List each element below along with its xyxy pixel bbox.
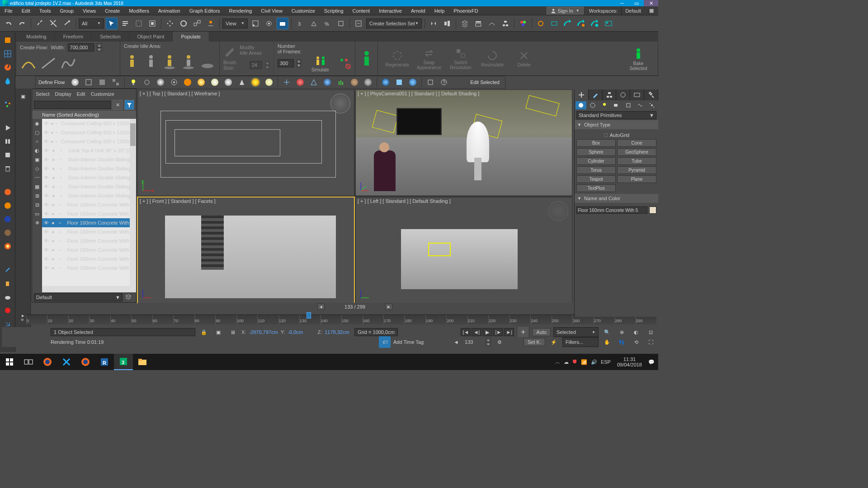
list-item[interactable]: 👁●▫Compound Ceiling 600 x 1200mm: [42, 128, 136, 137]
list-item[interactable]: 👁●▫Door-Interior-Double-Sliding-2: [42, 164, 136, 173]
sec-btn-7[interactable]: [155, 76, 166, 88]
se-hscroll[interactable]: [42, 286, 136, 292]
ls-btn-1[interactable]: [2, 34, 14, 46]
close-button[interactable]: ✕: [644, 0, 658, 6]
select-name-button[interactable]: [119, 18, 131, 29]
se-search-input[interactable]: [34, 101, 111, 109]
cmd-category-combo[interactable]: Standard Primitives▼: [576, 111, 656, 119]
sec-btn-10[interactable]: [195, 76, 207, 88]
menu-phoenixfd[interactable]: PhoenixFD: [449, 6, 482, 15]
se-header[interactable]: Name (Sorted Ascending): [32, 111, 136, 119]
tray-notifications-icon[interactable]: 💬: [648, 359, 655, 365]
primitive-button[interactable]: GeoSphere: [617, 148, 656, 156]
task-view-button[interactable]: [19, 354, 38, 370]
list-item[interactable]: 👁●▫Floor 160mm Concrete With 50: [42, 236, 136, 245]
menu-animation[interactable]: Animation: [154, 6, 185, 15]
timeline[interactable]: ⎆ 01020304050607080901001101201301401501…: [18, 313, 656, 326]
spinner-snap-button[interactable]: [335, 18, 347, 29]
cmd-tab-create[interactable]: [575, 89, 589, 100]
ls2-btn-1[interactable]: ▣: [17, 90, 29, 102]
se-filter-container[interactable]: ▭: [32, 209, 42, 218]
key-filter-combo[interactable]: Selected▼: [553, 327, 599, 337]
se-menu-customize[interactable]: Customize: [91, 91, 114, 97]
cmd-sub-helpers[interactable]: [623, 101, 634, 109]
sec-btn-4[interactable]: [110, 76, 122, 88]
primitive-button[interactable]: Torus: [576, 166, 616, 174]
ribbon-tab-populate[interactable]: Populate: [173, 32, 209, 42]
rollout-object-type[interactable]: ▼Object Type: [575, 120, 658, 129]
sec-globe-icon[interactable]: [380, 76, 392, 88]
render-production-button[interactable]: [562, 18, 574, 29]
cmd-sub-shapes[interactable]: [587, 101, 598, 109]
idle-person3-icon[interactable]: [162, 52, 178, 70]
manipulate-button[interactable]: [263, 18, 275, 29]
next-frame-button[interactable]: |►: [493, 328, 503, 336]
menu-rendering[interactable]: Rendering: [225, 6, 257, 15]
add-time-tag[interactable]: Add Time Tag: [393, 339, 448, 345]
sec-btn-9[interactable]: [182, 76, 193, 88]
se-filter-button[interactable]: [124, 100, 134, 110]
timetag-icon[interactable]: 🏷: [379, 336, 391, 348]
ribbon-tab-objectpaint[interactable]: Object Paint: [129, 32, 173, 42]
coord-x[interactable]: -2870,797cm: [249, 329, 278, 335]
curve-editor-button[interactable]: [486, 18, 498, 29]
maximize-button[interactable]: ▭: [629, 0, 644, 6]
schematic-view-button[interactable]: [500, 18, 511, 29]
undo-button[interactable]: [3, 18, 14, 29]
list-item[interactable]: 👁●▫Door-Interior-Double-Sliding-2: [42, 155, 136, 164]
ls-trash-icon[interactable]: [2, 163, 14, 174]
key-filters-icon[interactable]: ⚡: [548, 336, 560, 348]
se-menu-display[interactable]: Display: [55, 91, 71, 97]
render-iterative-button[interactable]: [576, 18, 587, 29]
tray-wifi-icon[interactable]: 📶: [581, 359, 587, 365]
menu-modifiers[interactable]: Modifiers: [124, 6, 154, 15]
sec-sun-icon[interactable]: [250, 76, 261, 88]
prev-key-button[interactable]: ◄: [450, 336, 462, 348]
se-filter-bone[interactable]: ⊟: [32, 200, 42, 209]
sec-btn-13[interactable]: [236, 76, 248, 88]
se-menu-select[interactable]: Select: [36, 91, 50, 97]
tray-chevron-icon[interactable]: ︿: [555, 359, 560, 366]
sec-btn-11[interactable]: [209, 76, 221, 88]
single-person-icon[interactable]: [358, 50, 375, 68]
delete-button[interactable]: Delete: [508, 50, 540, 67]
system-tray[interactable]: ︿ ☁ ⛊ 📶 🔊 ESP 11:31 09/04/2018 💬: [552, 357, 658, 367]
percent-snap-button[interactable]: %: [321, 18, 333, 29]
list-item[interactable]: 👁●▫Floor 160mm Concrete With 50: [42, 218, 136, 227]
menu-civilview[interactable]: Civil View: [256, 6, 287, 15]
task-firefox2[interactable]: [76, 354, 95, 370]
se-menu-edit[interactable]: Edit: [77, 91, 85, 97]
idle-person1-icon[interactable]: [124, 52, 140, 70]
list-item[interactable]: 👁●▫Floor 160mm Concrete With 50: [42, 263, 136, 272]
viewcube-left[interactable]: [548, 201, 568, 221]
sec-light-icon[interactable]: [127, 76, 139, 88]
se-filter-light[interactable]: ◐: [32, 146, 42, 155]
ls-red-icon[interactable]: [2, 305, 14, 316]
menu-customize[interactable]: Customize: [287, 6, 320, 15]
se-filter-space[interactable]: 〰: [32, 173, 42, 182]
task-vs[interactable]: [57, 354, 76, 370]
minimize-button[interactable]: ─: [615, 0, 629, 6]
material-editor-button[interactable]: [517, 18, 529, 29]
regenerate-button[interactable]: Regenerate: [382, 50, 413, 67]
selection-set-combo[interactable]: Create Selection Set▼: [366, 19, 422, 28]
menu-create[interactable]: Create: [100, 6, 124, 15]
se-list[interactable]: 👁●▫Compound Ceiling 600 x 1200mm👁●▫Compo…: [42, 119, 136, 292]
sec-btn-25[interactable]: [407, 76, 419, 88]
switch-res-button[interactable]: SwitchResolution: [445, 47, 476, 70]
list-item[interactable]: 👁●▫Door-Interior-Double-Sliding-2: [42, 173, 136, 182]
se-filter-geom[interactable]: ▢: [32, 128, 42, 137]
link-button[interactable]: [34, 18, 46, 29]
vp-left-label[interactable]: [ + ] [ Left ] [ Standard ] [ Default Sh…: [358, 198, 451, 204]
list-item[interactable]: 👁●▫Floor 160mm Concrete With 50: [42, 227, 136, 236]
vp-nav-prev[interactable]: ◄: [317, 304, 325, 310]
tray-volume-icon[interactable]: 🔊: [591, 359, 597, 365]
cmd-sub-lights[interactable]: [599, 101, 610, 109]
list-item[interactable]: 👁●▫Door-Interior-Double-Sliding-2: [42, 191, 136, 200]
select-object-button[interactable]: [106, 18, 118, 29]
menu-arnold[interactable]: Arnold: [406, 6, 430, 15]
mirror-button[interactable]: [428, 18, 439, 29]
layer-explorer-button[interactable]: [459, 18, 471, 29]
list-item[interactable]: 👁●▫Floor 160mm Concrete With 50: [42, 200, 136, 209]
menu-file[interactable]: File: [0, 6, 17, 15]
